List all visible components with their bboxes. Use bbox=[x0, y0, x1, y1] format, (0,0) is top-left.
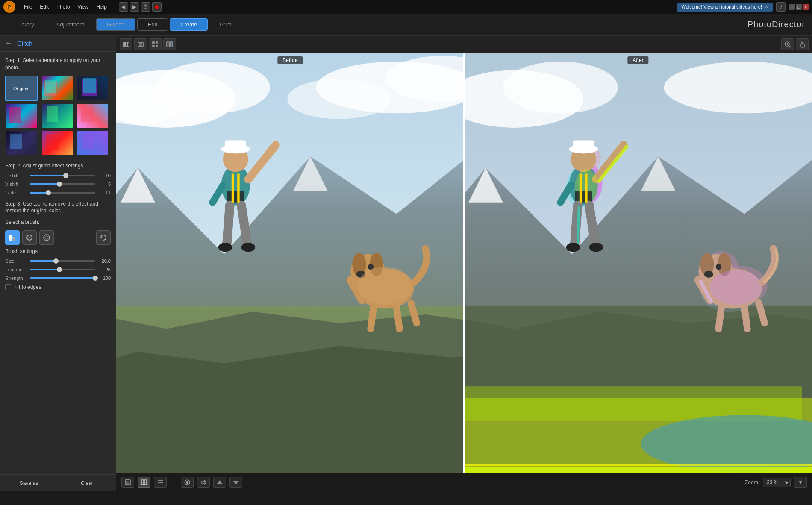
svg-point-122 bbox=[186, 481, 188, 484]
tab-library[interactable]: Library bbox=[7, 19, 44, 30]
template-glitch1[interactable] bbox=[41, 76, 74, 101]
svg-line-25 bbox=[789, 46, 791, 47]
tab-guided[interactable]: Guided bbox=[96, 18, 135, 31]
panel-back-btn[interactable]: ← bbox=[5, 39, 14, 48]
close-btn[interactable]: ✕ bbox=[803, 4, 809, 10]
statusbar: Zoom: 33 % 50 % 75 % 100 % ▼ bbox=[116, 473, 812, 491]
nav-back-btn[interactable]: ◀ bbox=[119, 2, 128, 12]
strength-thumb[interactable] bbox=[93, 276, 98, 281]
svg-rect-16 bbox=[152, 41, 155, 44]
svg-marker-123 bbox=[201, 480, 205, 484]
before-photo bbox=[116, 53, 464, 473]
brush-settings-label: Brush settings: bbox=[5, 248, 111, 254]
fade-track[interactable] bbox=[30, 192, 95, 194]
strength-track[interactable] bbox=[30, 277, 95, 279]
template-glitch8[interactable] bbox=[76, 130, 109, 156]
app-logo: P bbox=[3, 1, 15, 13]
size-label: Size bbox=[5, 258, 26, 264]
status-sound-btn[interactable] bbox=[197, 477, 210, 488]
svg-line-63 bbox=[397, 307, 400, 329]
vshift-label: V shift bbox=[5, 182, 26, 187]
menu-file[interactable]: File bbox=[21, 2, 35, 12]
template-original[interactable]: Original bbox=[5, 76, 38, 101]
welcome-close-btn[interactable]: ✕ bbox=[765, 4, 768, 10]
menu-edit[interactable]: Edit bbox=[36, 2, 52, 12]
timer-btn[interactable]: ⏱ bbox=[141, 2, 150, 12]
vshift-track[interactable] bbox=[30, 183, 95, 185]
tab-edit[interactable]: Edit bbox=[137, 18, 168, 31]
template-glitch3[interactable] bbox=[5, 103, 38, 129]
strength-value: 100 bbox=[99, 276, 111, 281]
save-as-btn[interactable]: Save as bbox=[0, 475, 58, 491]
canvas-divider[interactable] bbox=[463, 53, 465, 473]
brush-reset-btn[interactable] bbox=[96, 230, 111, 245]
hshift-value: 10 bbox=[99, 173, 111, 178]
fade-label: Fade bbox=[5, 190, 26, 195]
minimize-btn[interactable]: ─ bbox=[789, 4, 795, 10]
status-up-btn[interactable] bbox=[213, 477, 226, 488]
status-record-btn[interactable] bbox=[181, 477, 194, 488]
zoom-select[interactable]: 33 % 50 % 75 % 100 % bbox=[763, 478, 791, 487]
svg-rect-116 bbox=[141, 480, 144, 485]
before-label: Before bbox=[277, 56, 303, 64]
zoom-label: Zoom: bbox=[745, 479, 759, 485]
view-grid-btn[interactable] bbox=[149, 38, 162, 50]
status-list-btn[interactable] bbox=[154, 477, 167, 488]
view-filmstrip-btn[interactable] bbox=[120, 38, 132, 50]
view-compare-btn[interactable] bbox=[163, 38, 176, 50]
status-view1-btn[interactable] bbox=[121, 477, 134, 488]
feather-value: 25 bbox=[99, 267, 111, 272]
clear-btn[interactable]: Clear bbox=[58, 475, 116, 491]
size-track[interactable] bbox=[30, 260, 95, 262]
zoom-btn[interactable] bbox=[781, 38, 794, 50]
view-single-btn[interactable] bbox=[134, 38, 147, 50]
vshift-row: V shift -5 bbox=[5, 182, 111, 187]
menu-view[interactable]: View bbox=[74, 2, 92, 12]
vshift-thumb[interactable] bbox=[57, 182, 62, 187]
tab-create[interactable]: Create bbox=[170, 18, 208, 31]
svg-point-52 bbox=[241, 243, 255, 252]
brush-smart-btn[interactable] bbox=[5, 230, 20, 245]
svg-line-111 bbox=[718, 307, 721, 329]
left-panel: ← Glitch Step 1. Select a template to ap… bbox=[0, 36, 116, 491]
zoom-dropdown-btn[interactable]: ▼ bbox=[794, 477, 807, 488]
hshift-label: H shift bbox=[5, 173, 26, 178]
template-glitch4[interactable] bbox=[41, 103, 74, 129]
record-btn[interactable]: ⏺ bbox=[152, 2, 162, 12]
brush-round-btn[interactable] bbox=[22, 230, 37, 245]
brush-tools bbox=[5, 230, 111, 245]
tab-print[interactable]: Print bbox=[209, 19, 241, 30]
svg-point-51 bbox=[218, 243, 232, 252]
menu-photo[interactable]: Photo bbox=[53, 2, 73, 12]
brush-smart2-btn[interactable] bbox=[39, 230, 54, 245]
feather-track[interactable] bbox=[30, 269, 95, 270]
status-view2-btn[interactable] bbox=[138, 477, 150, 488]
hshift-fill bbox=[30, 175, 66, 176]
status-down-btn[interactable] bbox=[229, 477, 242, 488]
hshift-track[interactable] bbox=[30, 175, 95, 176]
feather-thumb[interactable] bbox=[57, 267, 62, 272]
hshift-thumb[interactable] bbox=[63, 173, 68, 178]
template-glitch2[interactable] bbox=[76, 76, 109, 101]
template-grid: Original bbox=[5, 76, 111, 156]
menu-help[interactable]: Help bbox=[93, 2, 110, 12]
template-glitch5[interactable] bbox=[76, 103, 109, 129]
template-glitch6[interactable] bbox=[5, 130, 38, 156]
maximize-btn[interactable]: □ bbox=[796, 4, 802, 10]
after-photo bbox=[464, 53, 812, 473]
hand-btn[interactable] bbox=[796, 38, 809, 50]
fade-value: 11 bbox=[99, 190, 111, 195]
tab-adjustment[interactable]: Adjustment bbox=[46, 19, 94, 30]
fade-row: Fade 11 bbox=[5, 190, 111, 195]
help-btn[interactable]: ? bbox=[776, 2, 786, 12]
template-glitch7[interactable] bbox=[41, 130, 74, 156]
svg-point-96 bbox=[589, 243, 603, 252]
svg-point-95 bbox=[566, 243, 580, 252]
size-thumb[interactable] bbox=[53, 258, 59, 264]
after-label: After bbox=[627, 56, 648, 64]
nav-forward-btn[interactable]: ▶ bbox=[130, 2, 139, 12]
vshift-fill bbox=[30, 183, 59, 185]
titlebar-controls: Welcome! View all tutorial videos here! … bbox=[677, 2, 809, 12]
fit-to-edges-checkbox[interactable] bbox=[5, 284, 11, 290]
fade-thumb[interactable] bbox=[46, 190, 51, 195]
